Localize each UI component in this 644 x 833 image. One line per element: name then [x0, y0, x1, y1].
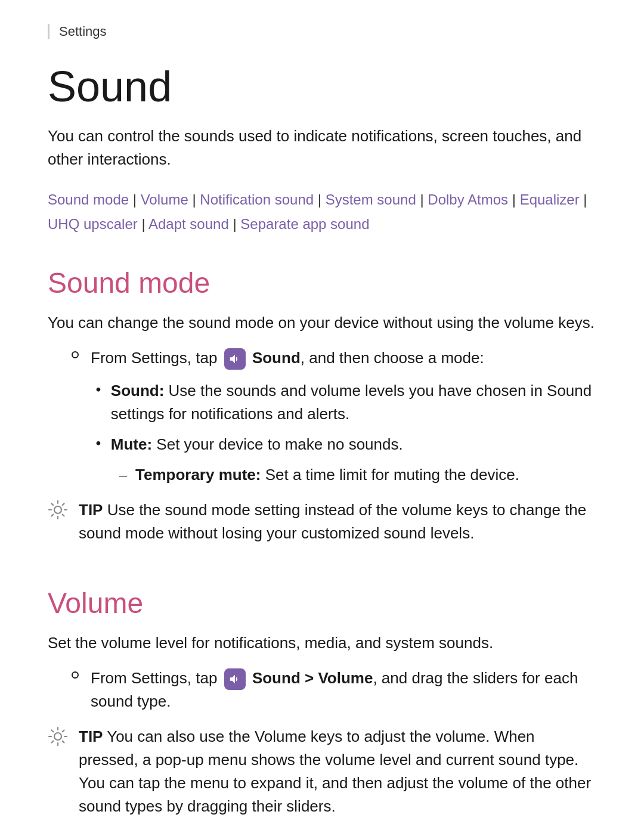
mute-text: Set your device to make no sounds. — [152, 435, 403, 453]
circle-bullet-dot-2 — [72, 671, 79, 679]
sound-dash-bullet: – Temporary mute: Set a time limit for m… — [119, 463, 596, 487]
svg-line-8 — [52, 515, 54, 516]
toc-link-uhq-upscaler[interactable]: UHQ upscaler — [48, 216, 138, 232]
sound-bold-1: Sound: — [111, 382, 165, 400]
toc-link-adapt-sound[interactable]: Adapt sound — [148, 216, 229, 232]
volume-description: Set the volume level for notifications, … — [48, 631, 596, 655]
toc-links: Sound mode | Volume | Notification sound… — [48, 188, 596, 237]
sound-icon-2 — [224, 668, 246, 690]
volume-title: Volume — [48, 587, 596, 620]
sound-sub-bullet-1-text: Sound: Use the sounds and volume levels … — [111, 379, 596, 426]
tip-text-2: TIP You can also use the Volume keys to … — [79, 725, 596, 818]
svg-line-5 — [52, 503, 54, 505]
sound-sub-bullet-1: • Sound: Use the sounds and volume level… — [95, 379, 596, 426]
speaker-icon — [228, 352, 242, 366]
tip-icon-2 — [48, 726, 68, 749]
toc-link-system-sound[interactable]: System sound — [326, 191, 416, 208]
sun-tip-icon-1 — [48, 500, 68, 520]
bullet1-suffix: , and then choose a mode: — [301, 349, 484, 367]
tip-label-2: TIP — [79, 727, 103, 745]
circle-bullet-dot — [72, 351, 79, 358]
sound-text-1: Use the sounds and volume levels you hav… — [111, 382, 592, 423]
volume-bullet1-text: From Settings, tap Sound > Volume, and d… — [91, 667, 596, 713]
tip-content-2: You can also use the Volume keys to adju… — [79, 727, 591, 815]
intro-text: You can control the sounds used to indic… — [48, 125, 596, 171]
sound-icon-1 — [224, 348, 246, 370]
temp-mute-text: Temporary mute: Set a time limit for mut… — [135, 463, 519, 487]
toc-link-equalizer[interactable]: Equalizer — [520, 191, 580, 208]
page-container: Settings Sound You can control the sound… — [0, 0, 644, 833]
breadcrumb-text: Settings — [59, 24, 107, 39]
toc-link-dolby-atmos[interactable]: Dolby Atmos — [428, 191, 508, 208]
dot-symbol-2: • — [95, 432, 101, 455]
sound-mode-description: You can change the sound mode on your de… — [48, 311, 596, 335]
temp-mute-bold: Temporary mute: — [135, 466, 261, 484]
volume-bullet1-prefix: From Settings, tap — [91, 669, 217, 687]
tip-box-1: TIP Use the sound mode setting instead o… — [48, 498, 596, 545]
svg-line-7 — [63, 503, 64, 505]
sound-mode-bullet1: From Settings, tap Sound, and then choos… — [72, 346, 596, 370]
toc-link-volume[interactable]: Volume — [141, 191, 188, 208]
svg-line-6 — [63, 515, 64, 516]
page-title: Sound — [48, 63, 596, 110]
svg-line-17 — [52, 741, 54, 743]
dash-symbol: – — [119, 463, 127, 487]
sound-mode-bullet1-text: From Settings, tap Sound, and then choos… — [91, 346, 484, 370]
mute-bold: Mute: — [111, 435, 152, 453]
volume-bullet1: From Settings, tap Sound > Volume, and d… — [72, 667, 596, 713]
breadcrumb: Settings — [48, 24, 596, 39]
temp-mute-desc: Set a time limit for muting the device. — [261, 466, 519, 484]
tip-icon-1 — [48, 500, 68, 522]
svg-point-0 — [54, 506, 61, 513]
bullet1-bold: Sound — [252, 349, 301, 367]
svg-line-14 — [52, 730, 54, 732]
toc-link-sound-mode[interactable]: Sound mode — [48, 191, 129, 208]
dot-symbol-1: • — [95, 378, 101, 401]
toc-link-separate-app-sound[interactable]: Separate app sound — [240, 216, 369, 232]
tip-box-2: TIP You can also use the Volume keys to … — [48, 725, 596, 818]
tip-content-1: Use the sound mode setting instead of th… — [79, 501, 586, 542]
tip-label-1: TIP — [79, 501, 103, 519]
sound-mode-title: Sound mode — [48, 267, 596, 299]
svg-line-15 — [63, 741, 64, 743]
sound-sub-bullet-2: • Mute: Set your device to make no sound… — [95, 433, 596, 456]
bullet1-prefix: From Settings, tap — [91, 349, 217, 367]
sound-sub-bullet-2-text: Mute: Set your device to make no sounds. — [111, 433, 403, 456]
sun-tip-icon-2 — [48, 726, 68, 747]
svg-point-9 — [54, 733, 61, 740]
svg-line-16 — [63, 730, 64, 732]
tip-text-1: TIP Use the sound mode setting instead o… — [79, 498, 596, 545]
volume-bullet1-bold: Sound > Volume — [252, 669, 373, 687]
speaker-icon-2 — [228, 673, 242, 686]
toc-link-notification-sound[interactable]: Notification sound — [200, 191, 314, 208]
